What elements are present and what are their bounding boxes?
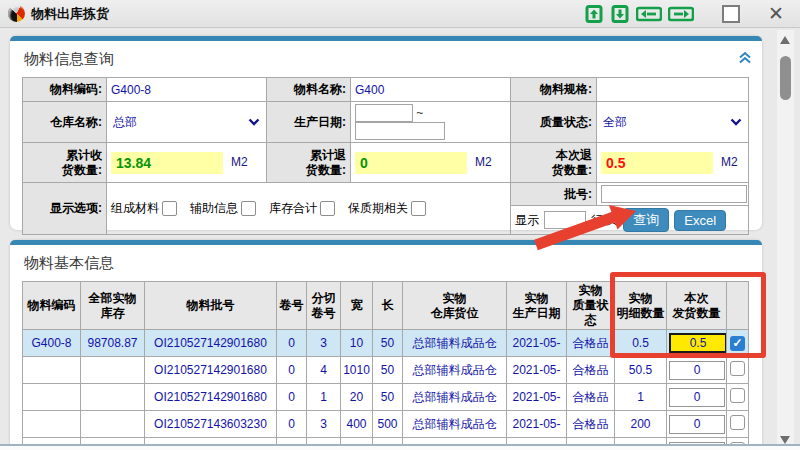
table-row[interactable]: OI21052714360323003400500总部辅料成品仓2021-05-… — [23, 411, 749, 438]
query-button[interactable]: 查询 — [623, 208, 669, 232]
table-cell: 1 — [615, 384, 667, 411]
display-options-group: 组成材料辅助信息库存合计保质期相关 — [111, 200, 506, 217]
pagination-bar: 显示 行/页 查询 Excel — [515, 208, 744, 232]
current-return-value: 0.5 — [601, 152, 713, 174]
maximize-button[interactable] — [722, 5, 740, 23]
table-cell: 2021-05- — [507, 357, 567, 384]
app-logo-icon — [8, 5, 25, 22]
table-cell: 50 — [373, 384, 403, 411]
ship-quantity-input[interactable] — [669, 333, 727, 353]
collapse-vertical-icon[interactable] — [610, 4, 630, 24]
table-cell: 4 — [307, 357, 341, 384]
material-spec-value[interactable] — [597, 78, 749, 102]
current-return-label: 本次退 货数量: — [511, 143, 597, 183]
display-option-label: 保质期相关 — [348, 200, 408, 217]
column-header: 实物 质量状态 — [567, 282, 615, 330]
column-header: 实物 仓库货位 — [403, 282, 507, 330]
column-header: 本次 发货数量 — [667, 282, 727, 330]
production-date-from-input[interactable] — [355, 104, 413, 122]
window-bottom-margin — [0, 446, 800, 450]
table-cell: 50 — [373, 357, 403, 384]
table-cell: 总部辅料成品仓 — [403, 357, 507, 384]
table-cell: 0.5 — [615, 330, 667, 357]
close-button[interactable]: ✕ — [768, 7, 784, 21]
table-panel-title: 物料基本信息 — [24, 254, 750, 273]
row-checkbox[interactable] — [730, 361, 745, 376]
row-checkbox[interactable] — [730, 388, 745, 403]
scroll-up-icon[interactable] — [780, 36, 790, 44]
material-table: 物料编码全部实物 库存物料批号卷号分切 卷号宽长实物 仓库货位实物 生产日期实物… — [22, 281, 749, 450]
collapse-horizontal-icon[interactable] — [636, 4, 662, 24]
quality-status-selected-value: 全部 — [603, 114, 627, 131]
table-cell — [23, 411, 81, 438]
ship-quantity-input[interactable] — [669, 361, 725, 380]
production-date-label: 生产日期: — [267, 102, 351, 143]
table-row[interactable]: OI210527142901680012050总部辅料成品仓2021-05-合格… — [23, 384, 749, 411]
display-option-label: 辅助信息 — [190, 200, 238, 217]
ship-quantity-input[interactable] — [669, 388, 725, 407]
table-cell: 1010 — [341, 357, 373, 384]
window-title: 物料出库拣货 — [31, 5, 109, 23]
expand-vertical-icon[interactable] — [584, 4, 604, 24]
batch-no-label: 批号: — [511, 183, 597, 206]
scroll-down-icon[interactable] — [780, 436, 790, 444]
display-option-checkbox[interactable] — [162, 201, 177, 216]
total-returned-value: 0 — [355, 152, 467, 174]
table-cell: 3 — [307, 330, 341, 357]
rows-per-page-input[interactable] — [544, 211, 586, 229]
table-cell: 总部辅料成品仓 — [403, 411, 507, 438]
table-row[interactable]: G400-898708.87OI210527142901680031050总部辅… — [23, 330, 749, 357]
total-received-unit: M2 — [231, 155, 248, 169]
current-return-unit: M2 — [721, 155, 738, 169]
column-header: 物料批号 — [145, 282, 277, 330]
date-range-separator: ~ — [416, 106, 423, 120]
ship-quantity-cell — [667, 384, 727, 411]
total-returned-label: 累计退 货数量: — [267, 143, 351, 183]
display-option-checkbox[interactable] — [241, 201, 256, 216]
display-option-label: 库存合计 — [269, 200, 317, 217]
query-form: 物料编码: G400-8 物料名称: G400 物料规格: 仓库名称: 总部 生… — [22, 77, 749, 235]
row-select-cell: ✓ — [727, 330, 749, 357]
display-options-label: 显示选项: — [23, 183, 107, 235]
material-name-value[interactable]: G400 — [351, 78, 511, 102]
material-code-value[interactable]: G400-8 — [107, 78, 267, 102]
display-option-checkbox[interactable] — [320, 201, 335, 216]
batch-no-input[interactable] — [601, 185, 747, 203]
column-header: 实物 生产日期 — [507, 282, 567, 330]
excel-button[interactable]: Excel — [674, 210, 726, 231]
total-received-label: 累计收 货数量: — [23, 143, 107, 183]
rows-per-page-prefix: 显示 — [515, 212, 539, 229]
row-checkbox-checked[interactable]: ✓ — [730, 336, 745, 351]
display-option-checkbox[interactable] — [411, 201, 426, 216]
table-cell: 2021-05- — [507, 330, 567, 357]
table-cell: 500 — [373, 411, 403, 438]
production-date-to-input[interactable] — [355, 122, 445, 140]
quality-status-select[interactable]: 全部 — [601, 113, 744, 132]
table-cell: G400-8 — [23, 330, 81, 357]
scrollbar-thumb[interactable] — [780, 56, 791, 100]
ship-quantity-input[interactable] — [669, 415, 725, 434]
table-cell: 200 — [615, 411, 667, 438]
row-checkbox[interactable] — [730, 415, 745, 430]
table-cell: 50 — [373, 330, 403, 357]
column-header: 长 — [373, 282, 403, 330]
chevron-down-icon — [248, 118, 260, 126]
table-cell — [81, 384, 145, 411]
table-cell: 98708.87 — [81, 330, 145, 357]
table-cell — [81, 357, 145, 384]
expand-horizontal-icon[interactable] — [668, 4, 694, 24]
collapse-panel-icon[interactable] — [738, 51, 752, 64]
table-row[interactable]: OI21052714290168004101050总部辅料成品仓2021-05-… — [23, 357, 749, 384]
query-panel-title: 物料信息查询 — [24, 50, 750, 69]
table-cell: 0 — [277, 357, 307, 384]
vertical-scrollbar[interactable] — [777, 30, 794, 450]
column-header: 物料编码 — [23, 282, 81, 330]
table-cell: 2021-05- — [507, 411, 567, 438]
material-basic-info-panel: 物料基本信息 物料编码全部实物 库存物料批号卷号分切 卷号宽长实物 仓库货位实物… — [10, 240, 762, 450]
table-header-row: 物料编码全部实物 库存物料批号卷号分切 卷号宽长实物 仓库货位实物 生产日期实物… — [23, 282, 749, 330]
warehouse-select[interactable]: 总部 — [111, 113, 262, 132]
table-cell: 0 — [277, 411, 307, 438]
column-header: 宽 — [341, 282, 373, 330]
row-select-cell — [727, 411, 749, 438]
column-header: 分切 卷号 — [307, 282, 341, 330]
